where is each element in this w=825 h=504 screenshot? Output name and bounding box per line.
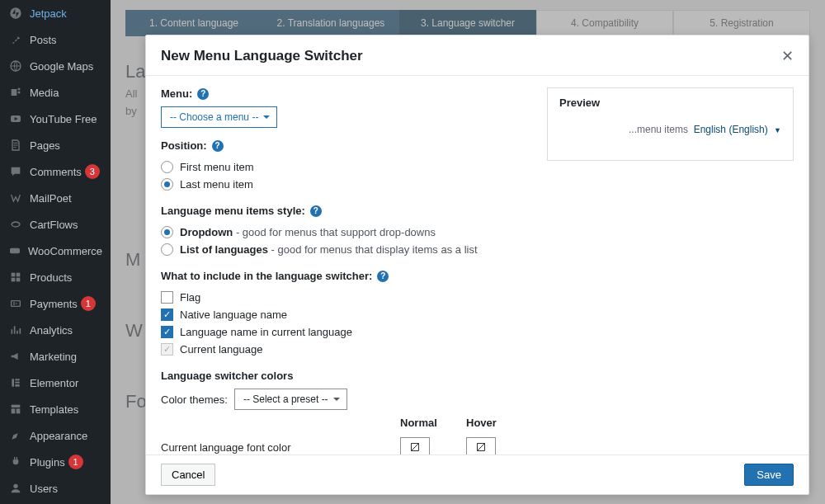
templates-icon <box>8 402 23 417</box>
position-last-row[interactable]: Last menu item <box>161 176 532 193</box>
svg-rect-4 <box>12 273 16 277</box>
youtube-icon <box>8 111 23 126</box>
position-last-label: Last menu item <box>180 178 253 191</box>
svg-rect-5 <box>16 273 21 277</box>
sidebar-item-label: Pages <box>30 139 60 152</box>
svg-rect-9 <box>12 379 14 386</box>
help-icon[interactable]: ? <box>212 140 224 152</box>
chevron-down-icon: ▼ <box>774 126 781 134</box>
include-label-text: What to include in the language switcher… <box>161 270 372 282</box>
sidebar-item-label: Google Maps <box>30 60 93 73</box>
globe-icon <box>8 59 23 73</box>
color-table: Normal Hover Current language font color… <box>161 417 532 455</box>
jetpack-icon <box>8 6 23 21</box>
include-native-row[interactable]: Native language name <box>161 306 532 323</box>
sidebar-item-mailpoet[interactable]: MailPoet <box>0 185 111 211</box>
color-swatch-font-hover[interactable] <box>466 437 496 455</box>
svg-rect-12 <box>15 384 19 387</box>
style-dropdown-row[interactable]: Dropdown - good for menus that support d… <box>161 224 532 241</box>
position-label: Position: ? <box>161 139 532 152</box>
appearance-icon <box>8 428 23 443</box>
preview-content: ...menu items English (English) ▼ <box>559 124 781 135</box>
include-current-lang-row[interactable]: Language name in current language <box>161 323 532 341</box>
svg-rect-3 <box>10 248 20 254</box>
preview-title: Preview <box>559 97 781 109</box>
svg-point-0 <box>10 7 21 18</box>
pages-icon <box>8 138 23 153</box>
preset-select-value: -- Select a preset -- <box>243 393 328 405</box>
sidebar-item-youtube-free[interactable]: YouTube Free <box>0 106 111 132</box>
sidebar-item-google-maps[interactable]: Google Maps <box>0 53 111 79</box>
sidebar-item-plugins[interactable]: Plugins1 <box>0 449 111 475</box>
sidebar-item-media[interactable]: Media <box>0 79 111 106</box>
style-dropdown-label: Dropdown - good for menus that support d… <box>180 226 436 238</box>
svg-rect-14 <box>12 408 16 413</box>
modal-header: New Menu Language Switcher ✕ <box>146 35 808 76</box>
sidebar-badge: 1 <box>68 455 83 469</box>
users-icon <box>8 481 23 496</box>
pin-icon <box>8 32 23 47</box>
radio-icon[interactable] <box>161 161 173 173</box>
close-icon[interactable]: ✕ <box>781 47 794 65</box>
sidebar-item-posts[interactable]: Posts <box>0 26 111 53</box>
help-icon[interactable]: ? <box>310 205 322 217</box>
menu-select[interactable]: -- Choose a menu -- <box>161 106 277 128</box>
menu-label-text: Menu: <box>161 87 192 100</box>
include-label: What to include in the language switcher… <box>161 270 532 282</box>
mailpoet-icon <box>8 191 23 205</box>
include-current-row[interactable]: Current language <box>161 341 532 358</box>
svg-rect-13 <box>12 405 21 407</box>
checkbox-icon-checked[interactable] <box>161 309 173 321</box>
sidebar-item-products[interactable]: Products <box>0 264 111 290</box>
sidebar-item-analytics[interactable]: Analytics <box>0 317 111 343</box>
sidebar-item-cartflows[interactable]: CartFlows <box>0 211 111 238</box>
color-swatch-font-normal[interactable] <box>400 437 430 455</box>
svg-rect-7 <box>16 278 21 282</box>
col-normal: Normal <box>400 417 466 429</box>
checkbox-icon-checked[interactable] <box>161 326 173 338</box>
sidebar-item-jetpack[interactable]: Jetpack <box>0 0 111 26</box>
sidebar-item-comments[interactable]: Comments3 <box>0 158 111 185</box>
help-icon[interactable]: ? <box>197 88 209 100</box>
include-native-label: Native language name <box>180 309 287 321</box>
sidebar-item-elementor[interactable]: Elementor <box>0 370 111 396</box>
include-flag-row[interactable]: Flag <box>161 289 532 306</box>
radio-icon[interactable] <box>161 243 173 256</box>
radio-icon-checked[interactable] <box>161 178 173 191</box>
position-first-label: First menu item <box>180 161 254 173</box>
checkbox-icon[interactable] <box>161 291 173 304</box>
sidebar-item-label: YouTube Free <box>30 113 97 125</box>
sidebar-badge: 1 <box>81 296 96 311</box>
sidebar-item-users[interactable]: Users <box>0 475 111 502</box>
cartflows-icon <box>8 217 23 232</box>
menu-select-value: -- Choose a menu -- <box>170 111 258 123</box>
sidebar-item-label: Plugins <box>30 456 65 469</box>
row-font-label: Current language font color <box>161 441 400 454</box>
preview-column: Preview ...menu items English (English) … <box>547 87 794 448</box>
sidebar-item-templates[interactable]: Templates <box>0 396 111 422</box>
sidebar-item-payments[interactable]: Payments1 <box>0 290 111 317</box>
cancel-button[interactable]: Cancel <box>161 464 215 486</box>
payments-icon <box>8 296 23 311</box>
sidebar-item-pages[interactable]: Pages <box>0 132 111 158</box>
modal-body: Menu: ? -- Choose a menu -- Position: ? … <box>146 76 808 455</box>
svg-point-16 <box>13 484 17 488</box>
sidebar-item-label: Templates <box>30 403 78 416</box>
save-button[interactable]: Save <box>744 464 794 486</box>
preview-language-link[interactable]: English (English) <box>694 124 768 135</box>
preset-select[interactable]: -- Select a preset -- <box>234 389 347 410</box>
sidebar-item-marketing[interactable]: Marketing <box>0 343 111 370</box>
sidebar-item-label: Analytics <box>30 324 73 337</box>
sidebar-item-label: Users <box>30 483 58 495</box>
style-list-row[interactable]: List of languages - good for menus that … <box>161 241 532 258</box>
sidebar-item-label: Marketing <box>30 351 77 363</box>
radio-icon-checked[interactable] <box>161 226 173 238</box>
plugins-icon <box>8 455 23 469</box>
position-first-row[interactable]: First menu item <box>161 158 532 176</box>
sidebar-item-appearance[interactable]: Appearance <box>0 422 111 449</box>
colors-label-text: Language switcher colors <box>161 370 293 382</box>
sidebar-item-woocommerce[interactable]: WooCommerce <box>0 238 111 264</box>
style-label: Language menu items style: ? <box>161 205 532 217</box>
help-icon[interactable]: ? <box>377 271 389 282</box>
checkbox-icon-locked <box>161 343 173 356</box>
